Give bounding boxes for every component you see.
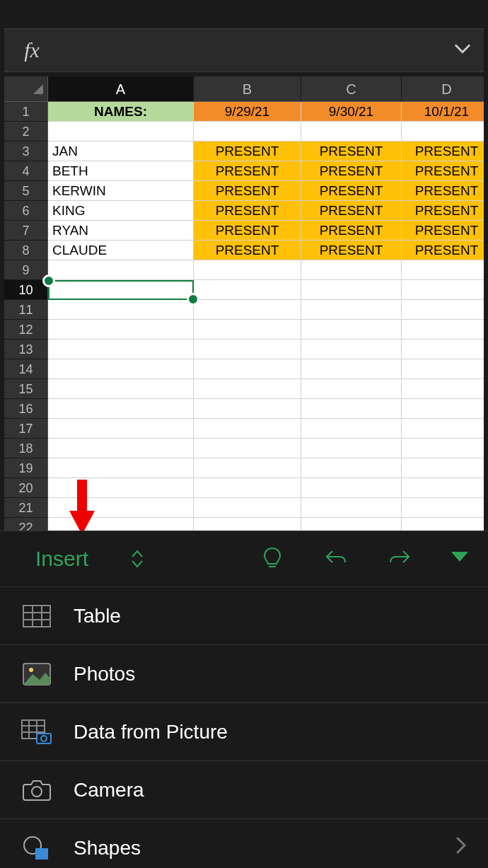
cell[interactable] xyxy=(48,399,194,419)
cell[interactable] xyxy=(402,122,484,141)
row-header[interactable]: 3 xyxy=(4,141,48,161)
cell[interactable] xyxy=(194,518,301,531)
cell[interactable]: KERWIN xyxy=(48,181,194,201)
row-header[interactable]: 10 xyxy=(4,280,48,300)
cell[interactable]: PRESENT xyxy=(402,201,484,221)
cell[interactable] xyxy=(402,280,484,300)
cell[interactable] xyxy=(194,260,301,280)
row-header[interactable]: 8 xyxy=(4,241,48,260)
cell[interactable] xyxy=(194,379,301,399)
cell[interactable] xyxy=(402,359,484,379)
row-header[interactable]: 21 xyxy=(4,498,48,518)
cell[interactable] xyxy=(48,359,194,379)
cell[interactable] xyxy=(48,439,194,458)
cell[interactable] xyxy=(402,439,484,458)
menu-item-camera[interactable]: Camera xyxy=(0,761,488,819)
cell[interactable] xyxy=(194,300,301,320)
row-header[interactable]: 22 xyxy=(4,518,48,531)
cell[interactable]: NAMES: xyxy=(48,102,194,122)
row-header[interactable]: 1 xyxy=(4,102,48,122)
cell[interactable] xyxy=(301,439,402,458)
cell[interactable] xyxy=(194,280,301,300)
undo-button[interactable] xyxy=(304,545,368,572)
cell[interactable]: PRESENT xyxy=(301,241,402,260)
row-header[interactable]: 17 xyxy=(4,419,48,439)
cell[interactable]: PRESENT xyxy=(301,141,402,161)
row-header[interactable]: 18 xyxy=(4,439,48,458)
cell[interactable] xyxy=(402,379,484,399)
menu-item-photos[interactable]: Photos xyxy=(0,645,488,703)
row-header[interactable]: 19 xyxy=(4,458,48,478)
cell[interactable] xyxy=(194,399,301,419)
formula-input[interactable] xyxy=(59,29,441,71)
tab-switcher-icon[interactable] xyxy=(131,550,144,568)
collapse-ribbon-button[interactable] xyxy=(431,550,488,567)
cell[interactable] xyxy=(48,122,194,141)
cell[interactable] xyxy=(48,300,194,320)
cell[interactable] xyxy=(402,458,484,478)
menu-item-table[interactable]: Table xyxy=(0,587,488,645)
cell[interactable]: PRESENT xyxy=(194,201,301,221)
cell[interactable]: PRESENT xyxy=(194,221,301,241)
cell[interactable]: CLAUDE xyxy=(48,241,194,260)
cell[interactable]: PRESENT xyxy=(194,241,301,260)
select-all-corner[interactable] xyxy=(4,76,48,102)
row-header[interactable]: 7 xyxy=(4,221,48,241)
cell[interactable] xyxy=(48,320,194,340)
cell[interactable]: PRESENT xyxy=(301,221,402,241)
cell[interactable] xyxy=(48,458,194,478)
cell[interactable] xyxy=(194,419,301,439)
cell[interactable] xyxy=(194,122,301,141)
menu-item-shapes[interactable]: Shapes xyxy=(0,819,488,868)
row-header[interactable]: 12 xyxy=(4,320,48,340)
column-header[interactable]: C xyxy=(301,76,402,102)
cell[interactable] xyxy=(194,478,301,498)
cell[interactable] xyxy=(301,458,402,478)
cell[interactable] xyxy=(301,399,402,419)
cell[interactable] xyxy=(402,300,484,320)
cell[interactable]: PRESENT xyxy=(301,161,402,181)
cell[interactable]: PRESENT xyxy=(194,181,301,201)
cell[interactable]: RYAN xyxy=(48,221,194,241)
cell[interactable] xyxy=(402,498,484,518)
cell[interactable] xyxy=(301,280,402,300)
spreadsheet-grid[interactable]: ABCD1NAMES:9/29/219/30/2110/1/2123JANPRE… xyxy=(4,76,484,531)
row-header[interactable]: 9 xyxy=(4,260,48,280)
row-header[interactable]: 13 xyxy=(4,340,48,359)
cell[interactable]: 9/29/21 xyxy=(194,102,301,122)
cell[interactable] xyxy=(402,399,484,419)
cell[interactable] xyxy=(402,518,484,531)
cell[interactable]: KING xyxy=(48,201,194,221)
formula-expand-button[interactable] xyxy=(441,39,484,62)
menu-item-data-from-picture[interactable]: Data from Picture xyxy=(0,703,488,761)
cell[interactable] xyxy=(301,122,402,141)
cell[interactable] xyxy=(301,300,402,320)
cell[interactable] xyxy=(48,498,194,518)
cell[interactable] xyxy=(48,260,194,280)
cell[interactable]: 10/1/21 xyxy=(402,102,484,122)
row-header[interactable]: 11 xyxy=(4,300,48,320)
row-header[interactable]: 6 xyxy=(4,201,48,221)
cell[interactable] xyxy=(301,340,402,359)
cell[interactable] xyxy=(402,340,484,359)
cell[interactable] xyxy=(48,340,194,359)
cell[interactable] xyxy=(301,260,402,280)
cell[interactable]: PRESENT xyxy=(402,181,484,201)
row-header[interactable]: 4 xyxy=(4,161,48,181)
column-header[interactable]: A xyxy=(48,76,194,102)
cell[interactable] xyxy=(402,260,484,280)
cell[interactable] xyxy=(402,320,484,340)
cell[interactable] xyxy=(301,419,402,439)
cell[interactable] xyxy=(301,379,402,399)
row-header[interactable]: 15 xyxy=(4,379,48,399)
cell[interactable] xyxy=(301,320,402,340)
cell[interactable]: PRESENT xyxy=(194,141,301,161)
cell[interactable]: PRESENT xyxy=(194,161,301,181)
cell[interactable]: PRESENT xyxy=(301,181,402,201)
row-header[interactable]: 5 xyxy=(4,181,48,201)
cell[interactable] xyxy=(301,498,402,518)
cell[interactable] xyxy=(301,478,402,498)
cell[interactable] xyxy=(301,359,402,379)
cell[interactable]: PRESENT xyxy=(301,201,402,221)
cell[interactable]: PRESENT xyxy=(402,141,484,161)
